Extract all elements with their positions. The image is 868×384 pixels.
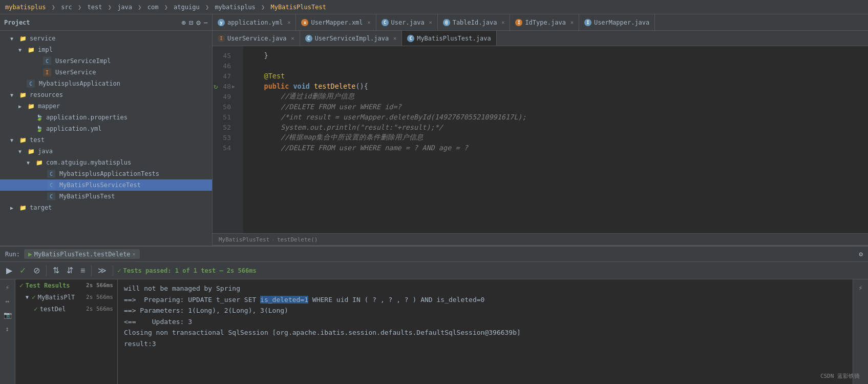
tree-item-appprops[interactable]: 🍃 application.properties (0, 112, 212, 123)
sort-asc-button[interactable]: ⇅ (51, 265, 61, 276)
tree-item-apptests[interactable]: C MybatisplusApplicationTests (0, 168, 212, 179)
line-num-45: 45 (213, 50, 235, 60)
tab-close-idtypejava[interactable]: ✕ (570, 19, 574, 25)
folder-icon-impl: 📁 (27, 45, 36, 54)
tab-userservice-java[interactable]: I UserService.java ✕ (213, 31, 300, 46)
tab-bar-row2: I UserService.java ✕ C UserServiceImpl.j… (213, 31, 868, 46)
tree-item-userserviceimpl[interactable]: C UserServiceImpl (0, 55, 212, 67)
folder-icon-resources: 📁 (18, 90, 28, 99)
tree-label-target: target (30, 204, 52, 211)
tree-item-servicetests[interactable]: C MyBatisPlusServiceTest (0, 179, 212, 191)
tree-arrow-package: ▼ (27, 160, 35, 166)
tree-label-java: java (38, 148, 53, 155)
result-check-mybatispl: ✓ (32, 293, 36, 301)
tab-close-userjava[interactable]: ✕ (429, 19, 432, 25)
side-icon-4[interactable]: ↕ (6, 325, 10, 333)
class-icon-userserviceimpl: C (43, 57, 51, 65)
tree-label-userserviceimpl: UserServiceImpl (55, 57, 111, 65)
tab-icon-idtype: I (515, 19, 522, 26)
tree-item-impl[interactable]: ▼ 📁 impl (0, 44, 212, 55)
tab-close-appyml[interactable]: ✕ (287, 19, 290, 25)
tab-application-yml[interactable]: y application.yml ✕ (213, 14, 296, 31)
tab-userserviceimpl-java[interactable]: C UserServiceImpl.java ✕ (300, 31, 403, 46)
code-line-46 (243, 60, 868, 71)
console-line-2: ==> Preparing: UPDATE t_user SET is_dele… (124, 295, 846, 305)
tab-close-userserviceimpl[interactable]: ✕ (393, 35, 396, 41)
folder-icon-mapper: 📁 (27, 102, 36, 111)
line-num-50: 50 (213, 102, 235, 112)
sort-desc-button[interactable]: ⇵ (65, 265, 75, 276)
check-button[interactable]: ✓ (17, 265, 28, 276)
class-icon-servicetests: C (47, 181, 55, 189)
tree-label-resources: resources (30, 91, 63, 98)
code-line-45: } (243, 50, 868, 60)
play-button[interactable]: ▶ (4, 265, 14, 276)
run-tab[interactable]: ▶ MyBatisPlusTest.testDelete ✕ (24, 249, 140, 259)
minimize-icon[interactable]: − (204, 18, 208, 27)
tab-icon-userservice: I (218, 35, 225, 42)
tree-item-resources[interactable]: ▼ 📁 resources (0, 89, 212, 100)
toolbar-separator-3 (113, 266, 113, 276)
tab-icon-yaml: y (218, 19, 225, 26)
test-result-testdel[interactable]: ✓ testDel 2s 566ms (15, 303, 117, 315)
tree-label-mapper: mapper (38, 103, 60, 110)
tab-mybatisplustest-java[interactable]: C MyBatisPlusTest.java (402, 31, 497, 46)
tree-item-test[interactable]: ▼ 📁 test (0, 134, 212, 146)
code-line-53: //根据map集合中所设置的条件删除用户信息 (243, 132, 868, 143)
tree-label-impl: impl (38, 46, 53, 53)
settings-icon[interactable]: ⚙ (859, 250, 863, 258)
tree-item-appyml[interactable]: 🍃 application.yml (0, 123, 212, 134)
tree-item-package[interactable]: ▼ 📁 com.atguigu.mybatisplus (0, 157, 212, 168)
tab-close-usermapperxml[interactable]: ✕ (368, 19, 371, 25)
test-result-mybatispl[interactable]: ▼ ✓ MyBatisPlT 2s 566ms (15, 291, 117, 303)
tree-arrow-impl: ▼ (18, 47, 27, 53)
stop-button[interactable]: ⊘ (31, 265, 42, 276)
line-num-53: 53 (213, 132, 235, 143)
code-line-54: //DELETE FROM user WHERE name = ? AND ag… (243, 143, 868, 153)
tree-item-mybatisplusapp[interactable]: C MybatisplusApplication (0, 78, 212, 89)
tab-user-java[interactable]: C User.java ✕ (376, 14, 438, 31)
run-tab-close[interactable]: ✕ (133, 251, 136, 257)
sync-icon[interactable]: ⊕ (181, 18, 185, 27)
tree-label-apptests: MybatisplusApplicationTests (59, 170, 159, 177)
tree-arrow-resources: ▼ (10, 92, 18, 98)
check-icon: ✓ (117, 267, 121, 274)
test-results-header-item[interactable]: ✓ Test Results 2s 566ms (15, 279, 117, 291)
line-num-46: 46 (213, 60, 235, 71)
tab-label-usermapperjava: UserMapper.java (594, 19, 649, 26)
line-num-54: 54 (213, 143, 235, 153)
expand-button[interactable]: ≫ (96, 265, 109, 276)
collapse-icon[interactable]: ⊟ (189, 18, 193, 27)
code-content[interactable]: } @Test public void testDelete(){ //通过id… (243, 46, 868, 233)
side-icon-1[interactable]: ⚡ (6, 284, 10, 291)
breadcrumb-class: MyBatisPlusTest (219, 236, 269, 243)
right-side-icon-1[interactable]: ⚡ (858, 284, 862, 292)
tab-icon-mybatisplustest: C (407, 35, 414, 42)
tab-close-tableidjava[interactable]: ✕ (501, 19, 504, 25)
tree-item-service[interactable]: ▼ 📁 service (0, 33, 212, 44)
tab-tableid-java[interactable]: @ TableId.java ✕ (438, 14, 511, 31)
tree-item-mapper[interactable]: ▶ 📁 mapper (0, 100, 212, 112)
class-icon-apptests: C (47, 170, 55, 178)
side-icon-3[interactable]: 📷 (4, 311, 12, 319)
test-results-panel: ✓ Test Results 2s 566ms ▼ ✓ MyBatisPlT 2… (15, 279, 118, 384)
folder-icon-package: 📁 (35, 158, 44, 167)
tree-item-userservice[interactable]: I UserService (0, 67, 212, 78)
tab-close-userservice[interactable]: ✕ (291, 35, 294, 41)
gear-icon[interactable]: ⚙ (196, 18, 200, 27)
tree-item-target[interactable]: ▶ 📁 target (0, 202, 212, 213)
tree-label-package: com.atguigu.mybatisplus (46, 159, 131, 166)
filter-button[interactable]: ≡ (78, 265, 87, 276)
tab-icon-tableid: @ (443, 19, 450, 26)
tab-idtype-java[interactable]: I IdType.java ✕ (510, 14, 579, 31)
class-icon-mybatisplusapp: C (27, 79, 35, 88)
mybatispl-time: 2s 566ms (86, 294, 113, 300)
bottom-panel: Run: ▶ MyBatisPlusTest.testDelete ✕ ⚙ ▶ … (0, 246, 868, 384)
tab-usermapper-java[interactable]: I UserMapper.java (579, 14, 655, 31)
side-icon-2[interactable]: ↔ (6, 297, 10, 305)
tab-icon-xml: x (301, 19, 308, 26)
tab-usermapper-xml[interactable]: x UserMapper.xml ✕ (296, 14, 376, 31)
tree-item-mybatisplustest[interactable]: C MyBatisPlusTest (0, 191, 212, 202)
tree-item-java[interactable]: ▼ 📁 java (0, 146, 212, 157)
toolbar-separator-1 (46, 266, 47, 276)
